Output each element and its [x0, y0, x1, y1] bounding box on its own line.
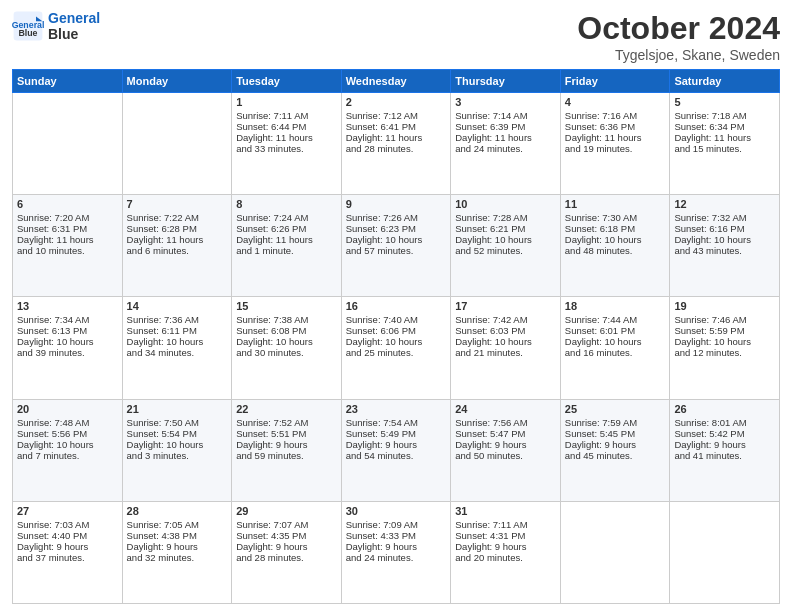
day-info: and 30 minutes.	[236, 347, 337, 358]
day-number: 20	[17, 403, 118, 415]
day-info: Daylight: 9 hours	[455, 541, 556, 552]
calendar-cell: 25Sunrise: 7:59 AMSunset: 5:45 PMDayligh…	[560, 399, 670, 501]
day-info: Sunrise: 7:11 AM	[236, 110, 337, 121]
column-header-friday: Friday	[560, 70, 670, 93]
day-info: Sunset: 6:13 PM	[17, 325, 118, 336]
day-info: Sunset: 6:31 PM	[17, 223, 118, 234]
day-info: Sunset: 6:16 PM	[674, 223, 775, 234]
title-block: October 2024 Tygelsjoe, Skane, Sweden	[577, 10, 780, 63]
day-info: Sunrise: 7:42 AM	[455, 314, 556, 325]
day-number: 27	[17, 505, 118, 517]
day-number: 10	[455, 198, 556, 210]
day-info: Sunset: 6:08 PM	[236, 325, 337, 336]
calendar-cell	[560, 501, 670, 603]
calendar-week-1: 1Sunrise: 7:11 AMSunset: 6:44 PMDaylight…	[13, 93, 780, 195]
day-info: Sunset: 4:31 PM	[455, 530, 556, 541]
day-info: Daylight: 10 hours	[674, 336, 775, 347]
day-info: Daylight: 10 hours	[127, 439, 228, 450]
day-info: Daylight: 10 hours	[346, 336, 447, 347]
day-info: Sunset: 6:21 PM	[455, 223, 556, 234]
calendar-cell	[13, 93, 123, 195]
day-info: and 37 minutes.	[17, 552, 118, 563]
day-info: Sunrise: 7:20 AM	[17, 212, 118, 223]
day-info: Sunset: 6:11 PM	[127, 325, 228, 336]
calendar-cell: 3Sunrise: 7:14 AMSunset: 6:39 PMDaylight…	[451, 93, 561, 195]
day-number: 15	[236, 300, 337, 312]
day-info: Sunrise: 7:16 AM	[565, 110, 666, 121]
logo: General Blue General Blue	[12, 10, 100, 42]
day-info: Sunrise: 7:30 AM	[565, 212, 666, 223]
day-info: Daylight: 9 hours	[455, 439, 556, 450]
day-info: and 54 minutes.	[346, 450, 447, 461]
calendar-cell: 27Sunrise: 7:03 AMSunset: 4:40 PMDayligh…	[13, 501, 123, 603]
day-info: and 16 minutes.	[565, 347, 666, 358]
column-header-saturday: Saturday	[670, 70, 780, 93]
day-info: Sunset: 5:56 PM	[17, 428, 118, 439]
day-info: Sunrise: 7:36 AM	[127, 314, 228, 325]
calendar-cell	[122, 93, 232, 195]
day-number: 19	[674, 300, 775, 312]
day-info: Sunrise: 7:03 AM	[17, 519, 118, 530]
day-info: and 10 minutes.	[17, 245, 118, 256]
calendar-week-2: 6Sunrise: 7:20 AMSunset: 6:31 PMDaylight…	[13, 195, 780, 297]
logo-icon: General Blue	[12, 10, 44, 42]
day-number: 14	[127, 300, 228, 312]
day-info: Sunset: 5:54 PM	[127, 428, 228, 439]
day-info: Daylight: 10 hours	[17, 439, 118, 450]
day-info: Daylight: 9 hours	[674, 439, 775, 450]
day-info: Sunrise: 7:09 AM	[346, 519, 447, 530]
day-info: Sunset: 4:38 PM	[127, 530, 228, 541]
day-info: and 7 minutes.	[17, 450, 118, 461]
day-info: Daylight: 10 hours	[236, 336, 337, 347]
day-info: Sunset: 6:44 PM	[236, 121, 337, 132]
day-info: Sunset: 4:35 PM	[236, 530, 337, 541]
day-info: Daylight: 11 hours	[17, 234, 118, 245]
day-info: Daylight: 9 hours	[346, 541, 447, 552]
day-info: Daylight: 10 hours	[565, 234, 666, 245]
day-number: 26	[674, 403, 775, 415]
calendar-cell: 17Sunrise: 7:42 AMSunset: 6:03 PMDayligh…	[451, 297, 561, 399]
day-number: 12	[674, 198, 775, 210]
calendar-cell: 15Sunrise: 7:38 AMSunset: 6:08 PMDayligh…	[232, 297, 342, 399]
day-info: Sunset: 6:03 PM	[455, 325, 556, 336]
day-info: Sunrise: 7:40 AM	[346, 314, 447, 325]
calendar-cell: 13Sunrise: 7:34 AMSunset: 6:13 PMDayligh…	[13, 297, 123, 399]
day-info: and 20 minutes.	[455, 552, 556, 563]
day-number: 6	[17, 198, 118, 210]
day-info: Sunset: 6:01 PM	[565, 325, 666, 336]
calendar-cell: 10Sunrise: 7:28 AMSunset: 6:21 PMDayligh…	[451, 195, 561, 297]
column-header-thursday: Thursday	[451, 70, 561, 93]
calendar-cell: 24Sunrise: 7:56 AMSunset: 5:47 PMDayligh…	[451, 399, 561, 501]
day-info: Daylight: 10 hours	[455, 336, 556, 347]
calendar-cell: 21Sunrise: 7:50 AMSunset: 5:54 PMDayligh…	[122, 399, 232, 501]
day-info: Daylight: 10 hours	[455, 234, 556, 245]
day-info: and 45 minutes.	[565, 450, 666, 461]
day-info: Sunrise: 7:18 AM	[674, 110, 775, 121]
day-info: and 25 minutes.	[346, 347, 447, 358]
day-info: Sunrise: 7:52 AM	[236, 417, 337, 428]
day-info: Daylight: 9 hours	[236, 541, 337, 552]
day-number: 7	[127, 198, 228, 210]
day-info: and 15 minutes.	[674, 143, 775, 154]
day-info: Sunrise: 7:38 AM	[236, 314, 337, 325]
month-title: October 2024	[577, 10, 780, 47]
day-info: and 52 minutes.	[455, 245, 556, 256]
day-info: Daylight: 10 hours	[565, 336, 666, 347]
day-info: and 1 minute.	[236, 245, 337, 256]
day-info: Daylight: 9 hours	[565, 439, 666, 450]
day-info: Sunrise: 7:05 AM	[127, 519, 228, 530]
calendar-cell: 9Sunrise: 7:26 AMSunset: 6:23 PMDaylight…	[341, 195, 451, 297]
calendar-cell: 12Sunrise: 7:32 AMSunset: 6:16 PMDayligh…	[670, 195, 780, 297]
column-header-sunday: Sunday	[13, 70, 123, 93]
day-info: Daylight: 11 hours	[455, 132, 556, 143]
calendar-cell	[670, 501, 780, 603]
day-number: 3	[455, 96, 556, 108]
svg-text:Blue: Blue	[18, 28, 37, 38]
calendar-cell: 2Sunrise: 7:12 AMSunset: 6:41 PMDaylight…	[341, 93, 451, 195]
day-info: and 24 minutes.	[346, 552, 447, 563]
day-info: Daylight: 11 hours	[565, 132, 666, 143]
day-info: Daylight: 10 hours	[674, 234, 775, 245]
calendar-cell: 6Sunrise: 7:20 AMSunset: 6:31 PMDaylight…	[13, 195, 123, 297]
day-info: and 21 minutes.	[455, 347, 556, 358]
day-info: and 28 minutes.	[236, 552, 337, 563]
